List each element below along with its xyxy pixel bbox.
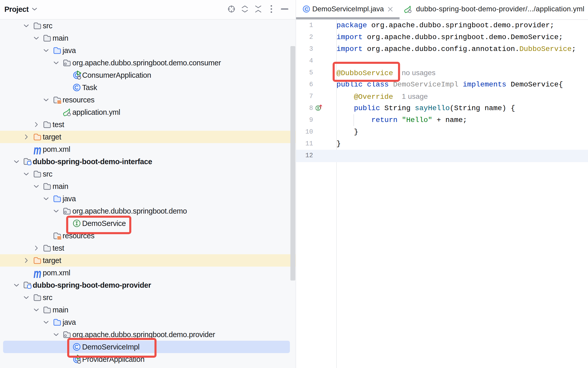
svg-text:C: C (305, 6, 308, 12)
svg-text:m: m (33, 271, 41, 279)
svg-text:m: m (33, 147, 41, 155)
